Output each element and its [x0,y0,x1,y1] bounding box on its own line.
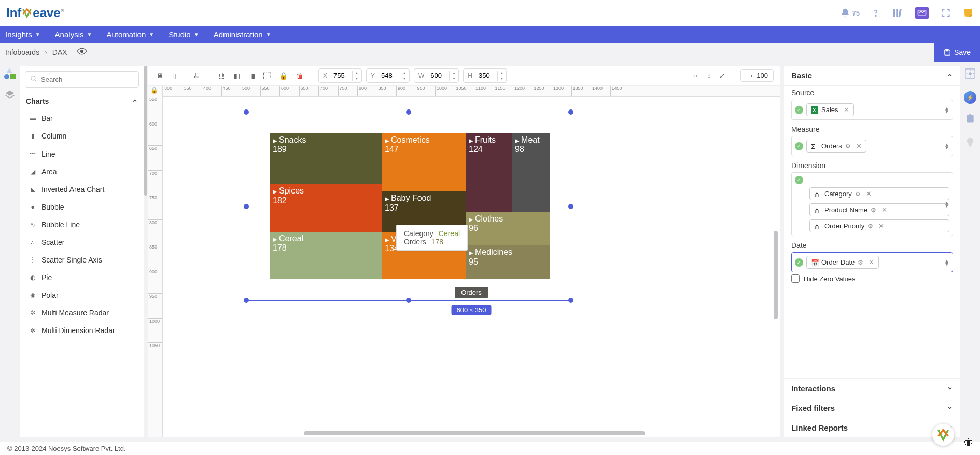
stepper-up[interactable]: ▲ [353,71,361,76]
stepper-up[interactable]: ▲ [450,71,458,76]
gear-icon[interactable]: ⚙ [867,223,873,230]
gear-icon[interactable]: ⚙ [845,143,851,150]
charts-section-header[interactable]: Charts [26,93,138,109]
nav-insights[interactable]: Insights▼ [5,30,40,39]
y-input[interactable] [379,72,400,79]
canvas-stage[interactable]: ▶Snacks189▶Spices182▶Cereal178▶Cosmetics… [163,86,780,437]
source-field[interactable]: ✓ X Sales ✕ ▲▼ [791,100,953,120]
save-button[interactable]: Save [934,43,980,62]
resize-handle-ne[interactable] [568,109,573,115]
remove-icon[interactable]: ✕ [866,190,872,198]
remove-icon[interactable]: ✕ [881,206,887,214]
bring-forward-button[interactable]: ◧ [231,70,242,82]
resize-handle-sw[interactable] [244,298,249,303]
fit-width-button[interactable]: ↔ [690,70,701,82]
h-input[interactable] [477,72,497,79]
shapes-tool[interactable] [4,68,16,79]
sort-icon[interactable]: ▲▼ [945,259,948,266]
notes-button[interactable] [965,113,975,127]
interactions-section[interactable]: Interactions [784,378,960,398]
resize-handle-e[interactable] [568,204,573,209]
bug-report-button[interactable]: 🕷 [964,438,973,448]
print-button[interactable]: 🖶 [191,70,203,82]
basic-section-header[interactable]: Basic [784,66,960,86]
sort-icon[interactable]: ▲▼ [945,143,948,149]
vertical-scrollbar[interactable] [774,231,778,319]
dimension-field[interactable]: ✓ ⋔Category⚙✕ ⋔Product Name⚙✕ ⋔Order Pri… [791,172,953,236]
notifications-button[interactable]: 75 [840,8,860,18]
remove-icon[interactable]: ✕ [844,106,849,114]
treemap-cell-fruits[interactable]: ▶Fruits124 [466,133,512,212]
hide-zero-checkbox[interactable] [791,274,800,283]
source-chip[interactable]: X Sales ✕ [806,103,854,116]
chart-type-polar[interactable]: ◉Polar [26,286,138,304]
mobile-view-button[interactable]: ▯ [170,70,178,82]
chart-type-pie[interactable]: ◐Pie [26,269,138,286]
horizontal-scrollbar[interactable] [304,431,645,435]
stepper-down[interactable]: ▼ [400,76,409,81]
chart-type-md-radar[interactable]: ✲Multi Dimension Radar [26,322,138,339]
dimension-chip-product[interactable]: ⋔Product Name⚙✕ [809,203,949,216]
notes-button[interactable] [962,7,974,19]
treemap-cell-cosmetics[interactable]: ▶Cosmetics147 [382,133,466,191]
resize-handle-s[interactable] [406,298,411,303]
quick-action-button[interactable]: ⚡ [964,91,976,104]
logo[interactable]: Infeave® [6,6,64,20]
lock-button[interactable]: 🔒 [277,70,290,82]
remove-icon[interactable]: ✕ [878,222,884,230]
send-backward-button[interactable]: ◨ [246,70,257,82]
remove-icon[interactable]: ✕ [856,142,862,150]
breadcrumb-item[interactable]: Infoboards [5,48,39,57]
chart-type-scatter[interactable]: ∴Scatter [26,233,138,251]
ideas-button[interactable] [965,136,975,150]
group-button[interactable]: ⿺ [261,70,273,82]
treemap-cell-meat[interactable]: ▶Meat98 [512,133,550,212]
preview-button[interactable] [77,48,87,57]
fullscreen-button[interactable] [941,8,951,18]
chart-type-inverted-area[interactable]: ◣Inverted Area Chart [26,181,138,198]
selection-box[interactable]: ▶Snacks189▶Spices182▶Cereal178▶Cosmetics… [246,112,571,301]
sort-icon[interactable]: ▲▼ [945,201,948,208]
stepper-up[interactable]: ▲ [498,71,506,76]
screen-button[interactable] [915,7,929,19]
gear-icon[interactable]: ⚙ [858,259,863,266]
nav-analysis[interactable]: Analysis▼ [55,30,92,39]
chart-type-column[interactable]: ▮Column [26,127,138,145]
treemap-cell-snacks[interactable]: ▶Snacks189 [270,133,382,184]
remove-icon[interactable]: ✕ [869,258,874,266]
date-field[interactable]: ✓ 📅 Order Date ⚙ ✕ ▲▼ [791,252,953,272]
fit-height-button[interactable]: ↕ [705,70,713,82]
floating-logo-button[interactable] [932,424,954,446]
measure-chip[interactable]: Σ Orders ⚙ ✕ [806,140,866,153]
gear-icon[interactable]: ⚙ [871,206,876,214]
resize-handle-n[interactable] [406,109,411,115]
treemap-cell-clothes[interactable]: ▶Clothes96 [466,212,550,246]
search-input[interactable] [25,71,139,88]
stepper-down[interactable]: ▼ [498,76,506,81]
library-button[interactable] [892,7,903,19]
stepper-up[interactable]: ▲ [400,71,409,76]
treemap-chart[interactable]: ▶Snacks189▶Spices182▶Cereal178▶Cosmetics… [270,133,550,279]
chart-type-bubble[interactable]: ●Bubble [26,198,138,216]
resize-handle-se[interactable] [568,298,573,303]
measure-field[interactable]: ✓ Σ Orders ⚙ ✕ ▲▼ [791,136,953,156]
desktop-view-button[interactable]: 🖥 [155,70,166,82]
date-chip[interactable]: 📅 Order Date ⚙ ✕ [806,256,879,269]
scrollbar[interactable] [144,66,147,196]
sort-icon[interactable]: ▲▼ [945,107,948,113]
resize-handle-w[interactable] [244,204,249,209]
treemap-cell-spices[interactable]: ▶Spices182 [270,184,382,231]
chart-type-bubble-line[interactable]: ∿Bubble Line [26,216,138,233]
delete-button[interactable]: 🗑 [294,70,305,82]
chart-type-line[interactable]: 〜Line [26,145,138,163]
x-input[interactable] [331,72,352,79]
resize-handle-nw[interactable] [244,109,249,115]
treemap-cell-cereal[interactable]: ▶Cereal178 [270,232,382,279]
copy-button[interactable]: ⿻ [216,70,227,82]
nav-studio[interactable]: Studio▼ [169,30,199,39]
stepper-down[interactable]: ▼ [450,76,458,81]
chart-type-bar[interactable]: ▬Bar [26,109,138,127]
chart-type-mm-radar[interactable]: ✲Multi Measure Radar [26,304,138,322]
settings-button[interactable] [964,68,976,82]
chart-type-area[interactable]: ◢Area [26,163,138,181]
